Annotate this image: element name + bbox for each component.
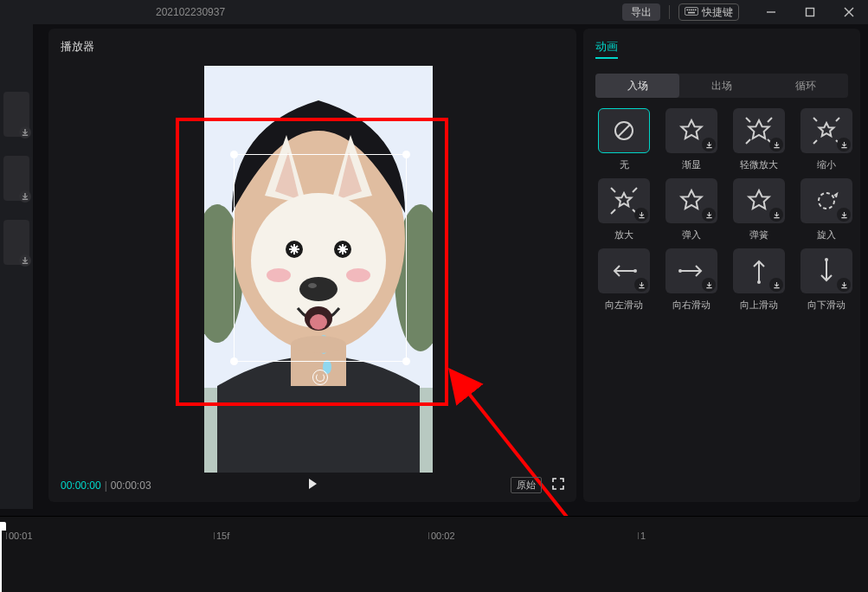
animation-label: 向右滑动 xyxy=(663,299,720,312)
timecode-separator: | xyxy=(105,479,107,492)
animation-item: 向右滑动 xyxy=(663,248,720,312)
keyboard-icon xyxy=(685,6,698,18)
player-controls: 00:00:00 | 00:00:03 原始 xyxy=(61,477,564,493)
svg-rect-5 xyxy=(695,10,697,11)
titlebar: 202102230937 导出 快捷键 xyxy=(0,0,868,24)
animation-item: 向左滑动 xyxy=(595,248,653,312)
panel-title: 动画 xyxy=(595,39,618,55)
tab-in[interactable]: 入场 xyxy=(595,74,679,98)
timeline-ruler[interactable]: 00:0115f00:021 xyxy=(0,531,868,548)
close-button[interactable] xyxy=(829,0,868,24)
download-icon[interactable] xyxy=(634,208,648,222)
svg-rect-6 xyxy=(688,12,695,14)
animation-item: 向下滑动 xyxy=(798,248,855,312)
animation-label: 渐显 xyxy=(663,158,720,171)
playhead[interactable] xyxy=(0,527,2,592)
titlebar-right: 导出 快捷键 xyxy=(622,0,868,24)
animation-label: 向上滑动 xyxy=(730,299,788,312)
ruler-mark: 00:02 xyxy=(431,531,455,541)
project-name: 202102230937 xyxy=(156,6,225,18)
play-button[interactable] xyxy=(306,478,318,492)
tab-out[interactable]: 出场 xyxy=(679,74,763,98)
animation-thumb-slide-down[interactable] xyxy=(800,248,852,293)
animation-item: 弹簧 xyxy=(730,178,788,241)
download-icon[interactable] xyxy=(702,278,716,292)
animation-label: 弹入 xyxy=(663,228,720,241)
animation-thumb-zoom-in[interactable] xyxy=(598,178,650,223)
svg-point-28 xyxy=(291,336,346,353)
svg-point-27 xyxy=(323,360,331,374)
animation-label: 缩小 xyxy=(798,158,855,171)
svg-point-18 xyxy=(267,268,291,282)
ruler-mark: 00:01 xyxy=(9,531,33,541)
animation-item: 无 xyxy=(595,108,653,171)
animation-item: 弹入 xyxy=(663,178,720,241)
animation-label: 向左滑动 xyxy=(595,299,653,312)
timeline[interactable]: 00:0115f00:021 xyxy=(0,516,868,592)
animation-thumb-slide-up[interactable] xyxy=(733,248,785,293)
ruler-mark: 15f xyxy=(216,531,229,541)
animation-label: 向下滑动 xyxy=(798,299,855,312)
media-thumb[interactable] xyxy=(3,220,29,265)
svg-rect-0 xyxy=(685,8,698,16)
svg-point-23 xyxy=(308,283,317,288)
download-icon[interactable] xyxy=(769,208,783,222)
animation-thumb-zoom-in-light[interactable] xyxy=(733,108,785,153)
shortcut-button[interactable]: 快捷键 xyxy=(678,3,739,21)
svg-rect-8 xyxy=(806,9,813,16)
svg-point-19 xyxy=(346,268,370,282)
aspect-ratio-button[interactable]: 原始 xyxy=(511,477,542,493)
divider xyxy=(669,5,670,19)
animation-thumb-star[interactable] xyxy=(665,108,717,153)
download-icon xyxy=(19,126,31,138)
svg-rect-3 xyxy=(691,10,692,11)
animation-item: 旋入 xyxy=(798,178,855,241)
maximize-button[interactable] xyxy=(790,0,829,24)
animation-thumb-none[interactable] xyxy=(598,108,650,153)
animation-panel: 动画 入场 出场 循环 无渐显轻微放大缩小放大弹入弹簧旋入向左滑动向右滑动向上滑… xyxy=(583,29,860,502)
timecode-current: 00:00:00 xyxy=(61,479,101,492)
animation-item: 缩小 xyxy=(798,108,855,171)
animation-grid: 无渐显轻微放大缩小放大弹入弹簧旋入向左滑动向右滑动向上滑动向下滑动 xyxy=(595,108,853,312)
animation-thumb-zoom-out[interactable] xyxy=(800,108,852,153)
player-panel: 播放器 xyxy=(48,29,576,502)
download-icon[interactable] xyxy=(634,278,648,292)
animation-item: 放大 xyxy=(595,178,653,241)
animation-label: 轻微放大 xyxy=(730,158,788,171)
download-icon xyxy=(19,190,31,203)
download-icon xyxy=(19,254,31,267)
tab-loop[interactable]: 循环 xyxy=(764,74,848,98)
panel-title-underline xyxy=(595,57,618,59)
animation-thumb-slide-right[interactable] xyxy=(665,248,717,293)
fullscreen-button[interactable] xyxy=(552,478,564,492)
download-icon[interactable] xyxy=(702,138,716,151)
ruler-mark: 1 xyxy=(640,531,646,541)
animation-item: 轻微放大 xyxy=(730,108,788,171)
animation-label: 无 xyxy=(595,158,653,171)
shortcut-label: 快捷键 xyxy=(702,5,733,20)
animation-thumb-star[interactable] xyxy=(665,178,717,223)
media-thumb[interactable] xyxy=(3,92,29,137)
svg-rect-1 xyxy=(686,10,688,11)
animation-thumb-slide-left[interactable] xyxy=(598,248,650,293)
download-icon[interactable] xyxy=(769,278,783,292)
download-icon[interactable] xyxy=(837,208,851,222)
download-icon[interactable] xyxy=(769,138,783,151)
timecode-total: 00:00:03 xyxy=(111,479,151,492)
panel-title: 播放器 xyxy=(61,39,94,55)
download-icon[interactable] xyxy=(837,278,851,292)
media-thumb[interactable] xyxy=(3,156,29,201)
minimize-button[interactable] xyxy=(751,0,790,24)
export-button[interactable]: 导出 xyxy=(622,3,660,21)
animation-item: 渐显 xyxy=(663,108,720,171)
media-strip xyxy=(0,24,33,509)
animation-label: 旋入 xyxy=(798,228,855,241)
svg-point-22 xyxy=(299,277,338,301)
download-icon[interactable] xyxy=(837,138,851,151)
svg-rect-2 xyxy=(689,10,691,11)
preview-canvas[interactable] xyxy=(204,66,433,473)
animation-thumb-spin[interactable] xyxy=(800,178,852,223)
download-icon[interactable] xyxy=(702,208,716,222)
animation-thumb-star[interactable] xyxy=(733,178,785,223)
animation-label: 放大 xyxy=(595,228,653,241)
